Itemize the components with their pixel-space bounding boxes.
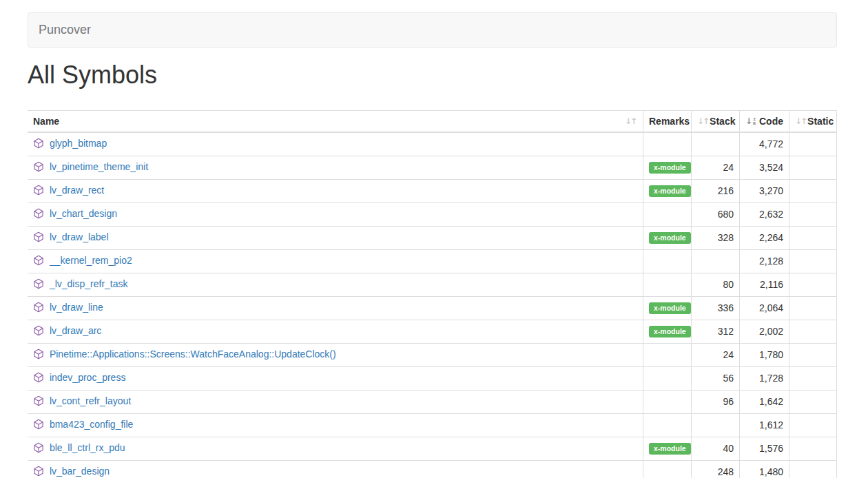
stack-cell: 24 [692, 343, 740, 366]
code-cell: 1,780 [740, 343, 789, 366]
column-header-static[interactable]: ↓↑ Static [789, 110, 837, 132]
code-cell: 3,524 [740, 156, 789, 179]
navbar-brand[interactable]: Puncover [39, 23, 91, 37]
remarks-cell [643, 390, 692, 413]
static-cell [789, 320, 837, 343]
table-row: lv_draw_rect x-module 216 3,270 [28, 179, 837, 202]
symbol-cube-icon [33, 349, 44, 363]
symbol-link[interactable]: _lv_disp_refr_task [50, 278, 128, 289]
remark-badge: x-module [649, 326, 691, 337]
symbol-link[interactable]: lv_draw_line [50, 302, 103, 313]
table-row: lv_bar_design 248 1,480 [28, 460, 837, 478]
stack-cell: 80 [692, 273, 740, 296]
stack-cell: 328 [692, 226, 740, 249]
table-row: Pinetime::Applications::Screens::WatchFa… [28, 343, 837, 366]
remarks-cell [643, 366, 692, 390]
remark-badge: x-module [649, 443, 691, 455]
symbol-link[interactable]: lv_pinetime_theme_init [50, 161, 148, 172]
symbols-table: Name ↓↑ Remarks ↓↑ Stack [28, 110, 837, 478]
table-row: lv_chart_design 680 2,632 [28, 202, 837, 226]
stack-cell: 40 [692, 437, 740, 460]
symbol-cube-icon [33, 325, 44, 340]
symbol-link[interactable]: Pinetime::Applications::Screens::WatchFa… [50, 349, 336, 360]
sort-both-icon: ↓↑ [697, 114, 710, 128]
stack-cell: 680 [692, 202, 740, 226]
column-header-stack[interactable]: ↓↑ Stack [692, 110, 740, 132]
remarks-cell [643, 249, 692, 273]
column-label: Static [807, 114, 834, 128]
symbol-link[interactable]: __kernel_rem_pio2 [50, 255, 132, 266]
symbol-link[interactable]: lv_cont_refr_layout [50, 395, 131, 406]
symbol-cube-icon [33, 208, 44, 222]
name-cell: lv_cont_refr_layout [28, 390, 643, 413]
table-row: _lv_disp_refr_task 80 2,116 [28, 273, 837, 296]
column-label: Stack [710, 114, 735, 128]
remarks-cell: x-module [643, 437, 692, 460]
static-cell [789, 437, 837, 460]
symbol-link[interactable]: ble_ll_ctrl_rx_pdu [50, 442, 125, 453]
code-cell: 2,116 [740, 273, 789, 296]
code-cell: 1,576 [740, 437, 789, 460]
static-cell [789, 296, 837, 320]
name-cell: lv_draw_label [28, 226, 643, 249]
static-cell [789, 249, 837, 273]
static-cell [789, 460, 837, 478]
code-cell: 1,728 [740, 366, 789, 390]
symbol-cube-icon [33, 302, 44, 316]
name-cell: lv_bar_design [28, 460, 643, 478]
symbol-link[interactable]: lv_draw_label [50, 231, 109, 242]
name-cell: indev_proc_press [28, 366, 643, 390]
symbol-link[interactable]: lv_draw_arc [50, 325, 101, 336]
name-cell: lv_draw_line [28, 296, 643, 320]
table-row: indev_proc_press 56 1,728 [28, 366, 837, 390]
remark-badge: x-module [649, 232, 691, 244]
name-cell: Pinetime::Applications::Screens::WatchFa… [28, 343, 643, 366]
remarks-cell: x-module [643, 320, 692, 343]
static-cell [789, 273, 837, 296]
remark-badge: x-module [649, 185, 691, 197]
page-container: Puncover All Symbols Name ↓↑ Remarks [28, 12, 837, 478]
code-cell: 2,128 [740, 249, 789, 273]
symbol-cube-icon [33, 138, 44, 152]
column-header-remarks[interactable]: Remarks [643, 110, 692, 132]
symbols-table-header: Name ↓↑ Remarks ↓↑ Stack [28, 110, 837, 132]
stack-cell: 56 [692, 366, 740, 390]
name-cell: lv_pinetime_theme_init [28, 156, 643, 179]
stack-cell [692, 413, 740, 437]
static-cell [789, 413, 837, 437]
table-row: lv_draw_arc x-module 312 2,002 [28, 320, 837, 343]
table-row: lv_pinetime_theme_init x-module 24 3,524 [28, 156, 837, 179]
symbol-link[interactable]: lv_chart_design [50, 208, 117, 219]
remarks-cell: x-module [643, 179, 692, 202]
symbol-link[interactable]: glyph_bitmap [50, 138, 107, 149]
code-cell: 1,642 [740, 390, 789, 413]
symbol-cube-icon [33, 278, 44, 293]
symbol-link[interactable]: lv_draw_rect [50, 185, 104, 196]
stack-cell [692, 132, 740, 156]
symbol-cube-icon [33, 395, 44, 410]
remarks-cell: x-module [643, 156, 692, 179]
column-header-code[interactable]: ↓za Code [740, 110, 789, 132]
symbol-link[interactable]: indev_proc_press [50, 372, 126, 383]
symbol-link[interactable]: bma423_config_file [50, 419, 133, 430]
symbol-link[interactable]: lv_bar_design [50, 466, 110, 477]
column-label: Code [759, 114, 783, 128]
table-row: ble_ll_ctrl_rx_pdu x-module 40 1,576 [28, 437, 837, 460]
table-row: bma423_config_file 1,612 [28, 413, 837, 437]
stack-cell: 312 [692, 320, 740, 343]
sort-both-icon: ↓↑ [625, 114, 637, 128]
table-row: lv_cont_refr_layout 96 1,642 [28, 390, 837, 413]
symbols-table-body: glyph_bitmap 4,772 lv_pinetime_theme_ini… [28, 132, 837, 478]
name-cell: lv_draw_rect [28, 179, 643, 202]
column-header-name[interactable]: Name ↓↑ [28, 110, 643, 132]
table-row: __kernel_rem_pio2 2,128 [28, 249, 837, 273]
stack-cell: 216 [692, 179, 740, 202]
code-cell: 2,064 [740, 296, 789, 320]
name-cell: bma423_config_file [28, 413, 643, 437]
static-cell [789, 343, 837, 366]
remark-badge: x-module [649, 302, 691, 314]
stack-cell: 336 [692, 296, 740, 320]
remarks-cell [643, 413, 692, 437]
remarks-cell [643, 273, 692, 296]
static-cell [789, 366, 837, 390]
